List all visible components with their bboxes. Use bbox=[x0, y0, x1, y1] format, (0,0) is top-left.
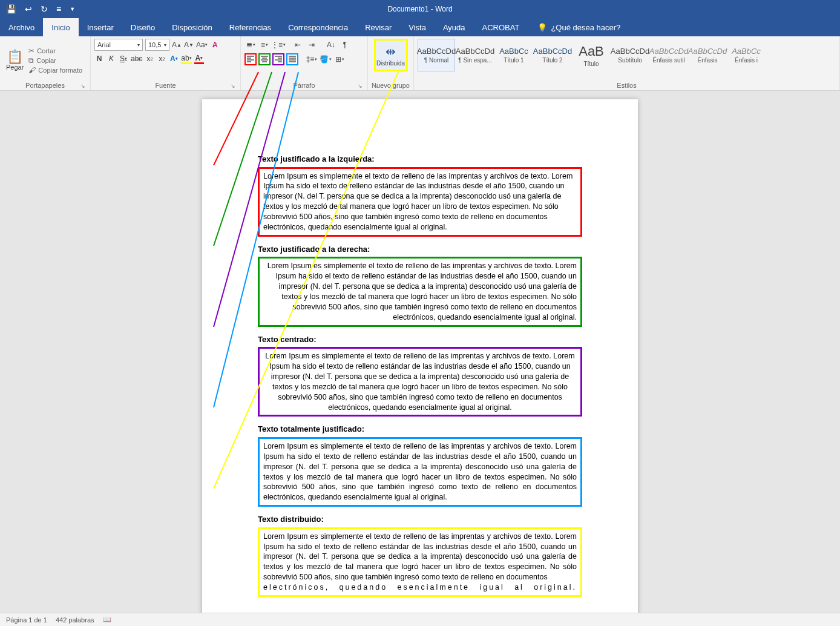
font-size-combo[interactable]: 10,5▾ bbox=[145, 39, 169, 51]
highlight-button[interactable]: ab▾ bbox=[181, 53, 191, 64]
style-name: ¶ Sin espa... bbox=[458, 57, 491, 64]
font-name-combo[interactable]: Arial▾ bbox=[94, 39, 143, 51]
grow-font-button[interactable]: A▲ bbox=[172, 39, 182, 50]
underline-button[interactable]: S▾ bbox=[119, 53, 128, 64]
style-sample: AaB bbox=[579, 44, 604, 59]
style-item-7[interactable]: AaBbCcDdÉnfasis bbox=[689, 39, 726, 71]
group-label: Portapapeles bbox=[25, 82, 65, 89]
format-painter-button[interactable]: 🖌Copiar formato bbox=[28, 66, 82, 74]
paste-label: Pegar bbox=[6, 64, 24, 71]
style-item-5[interactable]: AaBbCcDdSubtítulo bbox=[611, 39, 649, 71]
style-sample: AaBbCcDd bbox=[533, 47, 572, 56]
align-right-button[interactable] bbox=[272, 53, 284, 65]
borders-button[interactable]: ⊞▾ bbox=[333, 53, 346, 65]
subscript-button[interactable]: x2 bbox=[145, 53, 154, 64]
shrink-font-button[interactable]: A▼ bbox=[184, 39, 194, 50]
font-color-button[interactable]: A▾ bbox=[194, 53, 204, 64]
group-parrafo: ≣▾ ≡▾ ⋮≡▾ ⇤ ⇥ A↓ ¶ ‡≡▾ 🪣 bbox=[241, 36, 368, 90]
tab-acrobat[interactable]: ACROBAT bbox=[474, 18, 528, 36]
bold-button[interactable]: N bbox=[94, 53, 104, 64]
tab-insertar[interactable]: Insertar bbox=[79, 18, 122, 36]
distribuida-button[interactable]: ⇹ Distribuida bbox=[374, 39, 408, 71]
save-icon[interactable]: 💾 bbox=[6, 4, 16, 14]
tab-correspondencia[interactable]: Correspondencia bbox=[280, 18, 356, 36]
group-label: Párrafo bbox=[293, 82, 315, 89]
copy-icon: ⧉ bbox=[28, 56, 34, 65]
numbering-button[interactable]: ≡▾ bbox=[258, 39, 271, 51]
brush-icon: 🖌 bbox=[28, 66, 36, 74]
group-fuente: Arial▾ 10,5▾ A▲ A▼ Aa▾ A̷ N K S▾ abc x2 … bbox=[91, 36, 241, 90]
group-portapapeles: 📋 Pegar ✂Cortar ⧉Copiar 🖌Copiar formato … bbox=[0, 36, 91, 90]
tell-me[interactable]: 💡 ¿Qué desea hacer? bbox=[528, 18, 620, 36]
line-spacing-button[interactable]: ‡≡▾ bbox=[306, 53, 318, 65]
multilevel-button[interactable]: ⋮≡▾ bbox=[272, 39, 284, 51]
clipboard-icon: 📋 bbox=[7, 50, 23, 64]
style-item-8[interactable]: AaBbCcÉnfasis i bbox=[727, 39, 765, 71]
undo-icon[interactable]: ↩ bbox=[25, 4, 32, 14]
style-item-4[interactable]: AaBTítulo bbox=[573, 39, 610, 71]
qat-more-icon[interactable]: ≡ bbox=[56, 4, 61, 14]
dialog-launcher-icon[interactable]: ↘ bbox=[80, 83, 85, 89]
style-item-6[interactable]: AaBbCcDdÉnfasis sutil bbox=[650, 39, 687, 71]
shading-button[interactable]: 🪣▾ bbox=[320, 53, 332, 65]
style-item-1[interactable]: AaBbCcDd¶ Sin espa... bbox=[456, 39, 494, 71]
sort-button[interactable]: A↓ bbox=[325, 39, 337, 51]
increase-indent-button[interactable]: ⇥ bbox=[306, 39, 318, 51]
style-sample: AaBbCcDd bbox=[649, 47, 688, 56]
ribbon: 📋 Pegar ✂Cortar ⧉Copiar 🖌Copiar formato … bbox=[0, 36, 840, 91]
redo-icon[interactable]: ↻ bbox=[41, 4, 48, 14]
style-name: ¶ Normal bbox=[424, 57, 448, 64]
distribuida-label: Distribuida bbox=[376, 60, 405, 67]
text-effects-button[interactable]: A▾ bbox=[169, 53, 179, 64]
superscript-button[interactable]: x2 bbox=[157, 53, 166, 64]
style-item-3[interactable]: AaBbCcDdTítulo 2 bbox=[534, 39, 571, 71]
cut-button[interactable]: ✂Cortar bbox=[28, 47, 82, 55]
ribbon-tabs: Archivo Inicio Insertar Diseño Disposici… bbox=[0, 18, 840, 36]
italic-button[interactable]: K bbox=[107, 53, 116, 64]
bullets-button[interactable]: ≣▾ bbox=[244, 39, 257, 51]
style-name: Subtítulo bbox=[618, 57, 641, 64]
paste-button[interactable]: 📋 Pegar bbox=[4, 39, 26, 82]
align-justify-button[interactable] bbox=[286, 53, 298, 65]
dialog-launcher-icon[interactable]: ↘ bbox=[358, 83, 363, 89]
align-left-button[interactable] bbox=[244, 53, 257, 65]
dialog-launcher-icon[interactable]: ↘ bbox=[231, 83, 235, 89]
copy-button[interactable]: ⧉Copiar bbox=[28, 56, 82, 65]
style-name: Énfasis i bbox=[735, 57, 758, 64]
group-label: Estilos bbox=[617, 82, 636, 89]
style-sample: AaBbCcDd bbox=[611, 47, 649, 56]
tell-me-text: ¿Qué desea hacer? bbox=[551, 23, 620, 32]
tab-inicio[interactable]: Inicio bbox=[43, 18, 78, 36]
show-marks-button[interactable]: ¶ bbox=[339, 39, 351, 51]
tab-disposicion[interactable]: Disposición bbox=[163, 18, 220, 36]
group-nuevo: ⇹ Distribuida ↘Nuevo grupo bbox=[368, 36, 414, 90]
decrease-indent-button[interactable]: ⇤ bbox=[292, 39, 304, 51]
tab-vista[interactable]: Vista bbox=[400, 18, 435, 36]
tab-diseno[interactable]: Diseño bbox=[122, 18, 163, 36]
style-name: Título bbox=[583, 61, 599, 67]
tab-referencias[interactable]: Referencias bbox=[221, 18, 280, 36]
style-name: Título 2 bbox=[542, 57, 562, 64]
align-center-button[interactable] bbox=[258, 53, 271, 65]
distribute-icon: ⇹ bbox=[386, 44, 396, 59]
tab-ayuda[interactable]: Ayuda bbox=[435, 18, 474, 36]
tab-revisar[interactable]: Revisar bbox=[356, 18, 400, 36]
style-item-2[interactable]: AaBbCcTítulo 1 bbox=[495, 39, 533, 71]
style-name: Título 1 bbox=[504, 57, 523, 64]
tab-archivo[interactable]: Archivo bbox=[0, 18, 43, 36]
style-sample: AaBbCcDd bbox=[688, 47, 727, 56]
style-item-0[interactable]: AaBbCcDd¶ Normal bbox=[418, 39, 455, 71]
title-bar: 💾 ↩ ↻ ≡ ▼ Documento1 - Word bbox=[0, 0, 840, 18]
style-sample: AaBbCc bbox=[499, 47, 528, 56]
scissors-icon: ✂ bbox=[28, 47, 34, 55]
clear-format-button[interactable]: A̷ bbox=[210, 39, 220, 50]
group-label: Fuente bbox=[155, 82, 176, 89]
change-case-button[interactable]: Aa▾ bbox=[196, 39, 208, 50]
style-sample: AaBbCcDd bbox=[456, 47, 494, 56]
dialog-launcher-icon[interactable]: ↘ bbox=[373, 83, 378, 89]
bulb-icon: 💡 bbox=[537, 23, 547, 32]
style-name: Énfasis sutil bbox=[652, 57, 684, 64]
strike-button[interactable]: abc bbox=[131, 53, 142, 64]
qat-dropdown-icon[interactable]: ▼ bbox=[70, 6, 75, 12]
group-estilos: AaBbCcDd¶ NormalAaBbCcDd¶ Sin espa...AaB… bbox=[414, 36, 840, 90]
